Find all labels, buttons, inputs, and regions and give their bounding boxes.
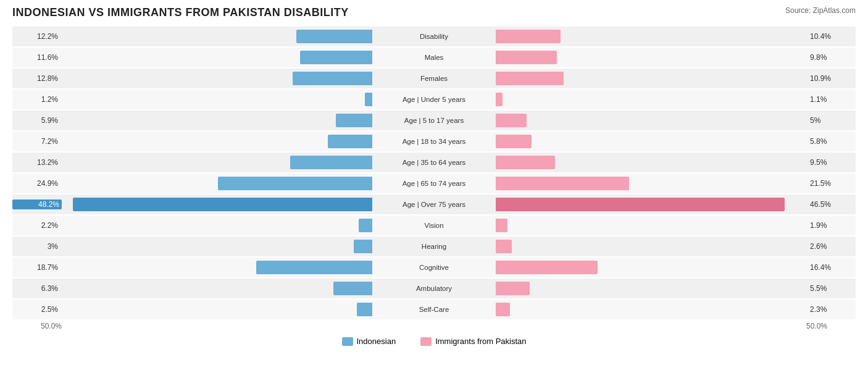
right-bar-area [496,72,806,85]
axis-left: 50.0% [12,322,62,330]
left-value: 7.2% [12,137,62,146]
left-bar [354,240,372,253]
right-value: 5.5% [806,284,856,293]
chart-title: INDONESIAN VS IMMIGRANTS FROM PAKISTAN D… [12,6,349,19]
left-bar-area [62,303,372,316]
right-bar [496,135,532,148]
right-bar [496,114,527,127]
axis-right: 50.0% [806,322,856,330]
legend-color-pakistan [420,337,432,346]
left-bar [290,156,372,169]
right-bar-area [496,240,806,253]
right-value: 21.5% [806,179,856,188]
left-value: 18.7% [12,263,62,272]
right-value: 1.9% [806,221,856,230]
right-bar [496,303,510,316]
left-bar-area [62,51,372,64]
bar-label: Vision [372,222,496,229]
left-bar [256,261,372,274]
chart-source: Source: ZipAtlas.com [785,6,856,15]
right-bar [496,198,785,211]
right-value: 9.8% [806,53,856,62]
left-value: 13.2% [12,158,62,167]
left-bar [365,93,372,106]
left-value: 12.8% [12,74,62,83]
left-value: 1.2% [12,95,62,104]
left-bar [293,72,372,85]
right-value: 5% [806,116,856,125]
right-bar [496,261,598,274]
left-bar [296,30,372,43]
bar-label: Hearing [372,243,496,250]
left-bar-area [62,261,372,274]
bar-row: 6.3% Ambulatory 5.5% [12,279,856,298]
bar-label: Age | 18 to 34 years [372,138,496,145]
bar-label: Age | 35 to 64 years [372,159,496,166]
right-bar [496,72,564,85]
left-bar-area [62,156,372,169]
left-bar [333,282,372,295]
left-value: 6.3% [12,284,62,293]
right-value: 9.5% [806,158,856,167]
bar-label: Age | Over 75 years [372,201,496,208]
bar-label: Ambulatory [372,285,496,292]
left-value: 48.2% [12,200,62,209]
right-bar-area [496,156,806,169]
right-bar-area [496,219,806,232]
chart-legend: Indonesian Immigrants from Pakistan [12,337,856,346]
left-bar [73,198,372,211]
left-bar [300,51,372,64]
left-bar [357,303,372,316]
right-bar [496,219,507,232]
legend-pakistan: Immigrants from Pakistan [420,337,526,346]
axis-values: 50.0% 50.0% [12,322,856,330]
right-bar-area [496,30,806,43]
chart-header: INDONESIAN VS IMMIGRANTS FROM PAKISTAN D… [12,6,856,19]
right-value: 46.5% [806,200,856,209]
bar-row: 24.9% Age | 65 to 74 years 21.5% [12,174,856,193]
bar-row: 5.9% Age | 5 to 17 years 5% [12,111,856,130]
legend-indonesian: Indonesian [342,337,396,346]
right-value: 2.3% [806,305,856,314]
bar-row: 7.2% Age | 18 to 34 years 5.8% [12,132,856,151]
bar-label: Cognitive [372,264,496,271]
bar-label: Age | 65 to 74 years [372,180,496,187]
bar-label: Self-Care [372,306,496,313]
right-value: 1.1% [806,95,856,104]
left-bar-area [62,72,372,85]
right-value: 10.4% [806,32,856,41]
right-bar-area [496,93,806,106]
right-bar-area [496,282,806,295]
bar-label: Age | 5 to 17 years [372,117,496,124]
chart-container: INDONESIAN VS IMMIGRANTS FROM PAKISTAN D… [12,6,856,346]
chart-body: 12.2% Disability 10.4% 11.6% Males [12,27,856,319]
bar-row: 2.2% Vision 1.9% [12,216,856,235]
left-bar-area [62,135,372,148]
left-bar [336,114,372,127]
bar-row: 12.2% Disability 10.4% [12,27,856,46]
bar-label: Age | Under 5 years [372,96,496,103]
right-bar-area [496,51,806,64]
left-bar-area [62,198,372,211]
bar-row: 13.2% Age | 35 to 64 years 9.5% [12,153,856,172]
left-value: 2.2% [12,221,62,230]
left-value: 24.9% [12,179,62,188]
bar-row: 2.5% Self-Care 2.3% [12,300,856,319]
right-bar-area [496,114,806,127]
left-bar-area [62,177,372,190]
bar-row: 12.8% Females 10.9% [12,69,856,88]
right-bar-area [496,177,806,190]
left-bar [218,177,372,190]
bar-row: 11.6% Males 9.8% [12,48,856,67]
left-bar-area [62,30,372,43]
left-bar-area [62,114,372,127]
right-bar-area [496,261,806,274]
left-bar-area [62,93,372,106]
left-bar-area [62,240,372,253]
left-value: 11.6% [12,53,62,62]
right-bar [496,240,512,253]
right-value: 16.4% [806,263,856,272]
legend-label-pakistan: Immigrants from Pakistan [435,337,526,346]
left-bar-area [62,219,372,232]
left-bar [328,135,372,148]
